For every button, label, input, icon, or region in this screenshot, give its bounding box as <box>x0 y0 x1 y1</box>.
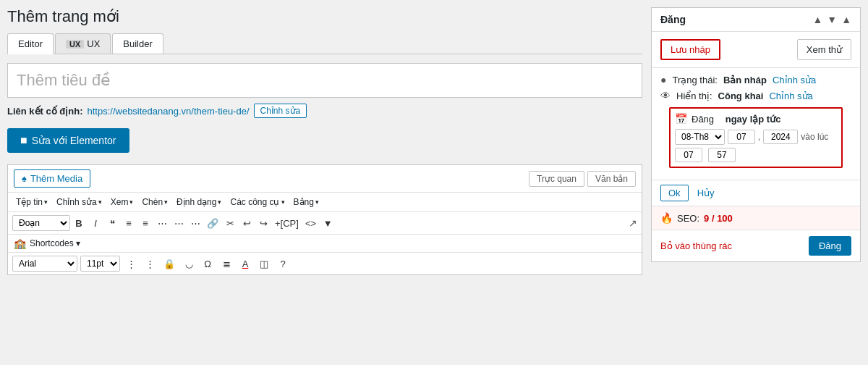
publish-title: Đăng <box>660 14 686 25</box>
editor-area: ♠ Thêm Media Trực quan Văn bản Tệp tin ▾… <box>7 164 642 275</box>
align-center-button[interactable]: ⋯ <box>171 217 187 230</box>
title-input[interactable] <box>8 64 642 97</box>
calendar-icon: 📅 <box>675 113 687 125</box>
visibility-icon: 👁 <box>660 90 671 101</box>
chevron-down-icon: ▾ <box>218 198 221 206</box>
view-tabs: Trực quan Văn bản <box>529 171 636 187</box>
menu-view[interactable]: Xem ▾ <box>107 196 137 209</box>
publish-footer: Bỏ vào thùng rác Đăng <box>652 230 860 261</box>
menu-tools[interactable]: Các công cụ ▾ <box>226 196 288 209</box>
format-bar: Đoạn Tiêu đề 1 Tiêu đề 2 Tiêu đề 3 B I ❝… <box>8 212 642 235</box>
schedule-ok-row: Ok Hủy <box>652 180 860 206</box>
publish-button[interactable]: Đăng <box>809 236 851 256</box>
status-value: Bản nháp <box>723 75 767 85</box>
lock-icon[interactable]: 🔒 <box>161 257 178 271</box>
publish-box: Đăng ▲ ▼ ▲ Lưu nháp Xem thử ● Trạng thái… <box>651 7 861 262</box>
save-draft-button[interactable]: Lưu nháp <box>660 39 720 60</box>
ok-button[interactable]: Ok <box>660 185 689 201</box>
tab-editor[interactable]: Editor <box>7 33 54 54</box>
collapse-up-icon[interactable]: ▲ <box>812 14 822 25</box>
menu-table[interactable]: Bảng ▾ <box>290 196 323 209</box>
unlink-button[interactable]: ✂ <box>222 217 238 230</box>
expand-icon[interactable]: ▲ <box>841 14 851 25</box>
special-char-button[interactable]: Ω <box>200 257 216 271</box>
visibility-edit-link[interactable]: Chỉnh sửa <box>769 91 812 101</box>
collapse-down-icon[interactable]: ▼ <box>827 14 837 25</box>
visibility-value: Công khai <box>718 91 764 101</box>
blockquote-button[interactable]: ❝ <box>104 217 120 230</box>
font-color-button[interactable]: A <box>237 257 253 271</box>
year-input[interactable] <box>763 130 798 144</box>
media-icon: ♠ <box>22 173 27 184</box>
seo-icon: 🔥 <box>660 212 673 224</box>
sidebar: Đăng ▲ ▼ ▲ Lưu nháp Xem thử ● Trạng thái… <box>651 7 861 365</box>
permalink-label: Liên kết cố định: <box>7 106 83 117</box>
undo-button[interactable]: ↩ <box>239 217 255 230</box>
redo-button[interactable]: ↪ <box>255 217 271 230</box>
menu-file[interactable]: Tệp tin ▾ <box>12 196 51 209</box>
permalink-url[interactable]: https://websitedanang.vn/them-tieu-de/ <box>88 106 250 117</box>
align-right-button[interactable]: ⋯ <box>187 217 203 230</box>
hour-input[interactable] <box>675 148 702 162</box>
ux-badge: UX <box>66 40 84 49</box>
cancel-button[interactable]: Hủy <box>693 185 719 201</box>
text-tab[interactable]: Văn bản <box>587 171 636 187</box>
visibility-label: Hiển thị: <box>676 91 712 101</box>
add-media-button[interactable]: ♠ Thêm Media <box>14 169 90 188</box>
visual-tab[interactable]: Trực quan <box>529 171 584 187</box>
font-select[interactable]: Arial Times New Roman Courier New <box>12 256 77 272</box>
align-left-button[interactable]: ⋯ <box>154 217 170 230</box>
link-button[interactable]: 🔗 <box>204 217 221 230</box>
bold-button[interactable]: B <box>71 217 87 230</box>
italic-button[interactable]: I <box>88 217 103 230</box>
copy-paste-button[interactable]: +[CP] <box>272 217 302 230</box>
hr-button[interactable]: ≣ <box>218 257 234 271</box>
help-button[interactable]: ? <box>275 257 291 271</box>
shortcodes-button[interactable]: Shortcodes ▾ <box>30 238 80 248</box>
status-label: Trạng thái: <box>672 75 717 85</box>
table-insert-button[interactable]: ◫ <box>256 257 272 271</box>
tabs-bar: Editor UXUX Builder <box>7 33 642 54</box>
font-size-select[interactable]: 8pt 9pt 10pt 11pt 12pt 14pt <box>80 256 120 272</box>
menu-insert[interactable]: Chèn ▾ <box>138 196 171 209</box>
list-indent-button[interactable]: ≡ <box>137 217 153 230</box>
publish-actions: Lưu nháp Xem thử <box>652 32 860 68</box>
code-button[interactable]: <> <box>302 217 319 230</box>
shortcodes-bar: 🏫 Shortcodes ▾ <box>8 235 642 253</box>
title-input-wrapper <box>7 63 642 98</box>
elementor-edit-button[interactable]: ■ Sửa với Elementor <box>7 128 129 153</box>
menu-edit[interactable]: Chỉnh sửa ▾ <box>53 196 106 209</box>
tab-ux[interactable]: UXUX <box>55 33 111 54</box>
seo-score: 9 / 100 <box>704 213 733 224</box>
seo-label: SEO: <box>677 213 699 224</box>
shortcodes-icon: 🏫 <box>14 238 26 249</box>
publish-header: Đăng ▲ ▼ ▲ <box>652 8 860 32</box>
chevron-down-icon[interactable]: ▼ <box>320 217 336 230</box>
day-input[interactable] <box>728 130 755 144</box>
seo-row: 🔥 SEO: 9 / 100 <box>652 206 860 230</box>
month-select[interactable]: 08-Th8 07-Th7 06-Th6 <box>675 129 725 145</box>
tab-builder[interactable]: Builder <box>112 33 163 54</box>
expand-button[interactable]: ↗ <box>629 217 637 229</box>
time-label: vào lúc <box>801 132 828 142</box>
shortcodes-chevron-icon: ▾ <box>76 238 80 248</box>
align-center-font-button[interactable]: ⋮ <box>142 257 158 271</box>
unordered-list-button[interactable]: ≡ <box>121 217 137 230</box>
minute-input[interactable] <box>708 148 736 162</box>
trash-link[interactable]: Bỏ vào thùng rác <box>660 240 732 251</box>
status-edit-link[interactable]: Chỉnh sửa <box>773 75 816 85</box>
preview-button[interactable]: Xem thử <box>797 39 851 60</box>
toolbar-top: ♠ Thêm Media Trực quan Văn bản <box>8 165 642 193</box>
chevron-down-icon: ▾ <box>129 198 133 206</box>
paragraph-select[interactable]: Đoạn Tiêu đề 1 Tiêu đề 2 Tiêu đề 3 <box>12 215 70 231</box>
schedule-date-row: 08-Th8 07-Th7 06-Th6 , vào lúc <box>675 129 837 162</box>
chevron-down-icon: ▾ <box>98 198 102 206</box>
chevron-down-icon: ▾ <box>281 198 285 206</box>
publish-meta: ● Trạng thái: Bản nháp Chỉnh sửa 👁 Hiển … <box>652 68 860 180</box>
link-unlink-button[interactable]: ◡ <box>181 257 197 271</box>
font-bar: Arial Times New Roman Courier New 8pt 9p… <box>8 253 642 274</box>
menu-format[interactable]: Định dạng ▾ <box>173 196 225 209</box>
permalink-edit-button[interactable]: Chỉnh sửa <box>254 104 307 118</box>
chevron-down-icon: ▾ <box>44 198 48 206</box>
align-left-font-button[interactable]: ⋮ <box>123 257 139 271</box>
